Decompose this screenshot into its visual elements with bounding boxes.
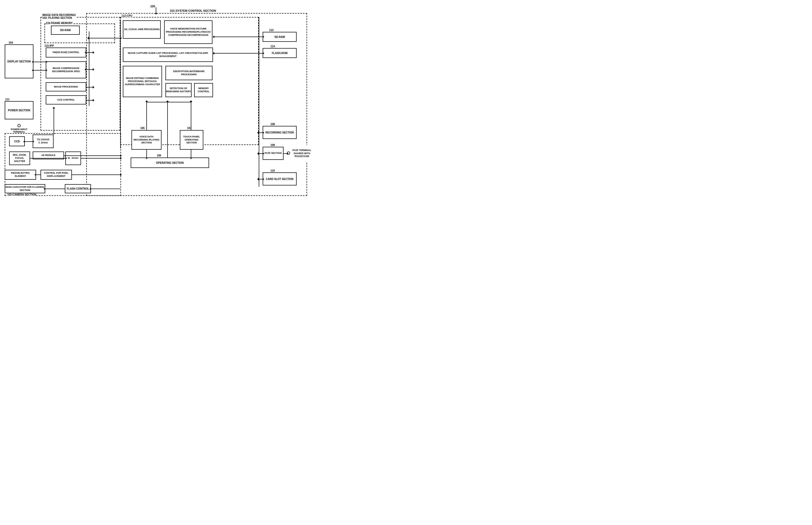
- arrow-ipp-imgcomp: [86, 69, 93, 70]
- arrow-cap-flash: [45, 189, 65, 189]
- pc-if-section: PC/IF SECTION: [263, 147, 283, 160]
- label-101: 101:SYSTEM CONTROL SECTION: [170, 9, 216, 12]
- memory-control: MEMORY CONTROL: [194, 83, 213, 97]
- image-capture-guide: IMAGE CAPTURE GUIDE LIST PROCESSING, LIS…: [123, 47, 213, 62]
- arrow-vd-op: [146, 150, 147, 158]
- arrow-ipp-cpu: [89, 38, 120, 39]
- piezoelectric: PIEZOELECTRIC ELEMENT: [5, 170, 36, 180]
- touch-panel: TOUCH PANEL OPERATING SECTION: [180, 130, 203, 150]
- arrow-cpu-flash: [214, 53, 263, 54]
- ccd-control: CCD CONTROL: [46, 95, 86, 104]
- arrow-imagedata-cpu-v: [120, 20, 121, 148]
- diagram: 101:SYSTEM CONTROL SECTION 100 IMAGE DAT…: [0, 0, 314, 204]
- arrow-tgcdsad-ipp: [54, 108, 54, 135]
- label-113: 113: [269, 29, 274, 32]
- label-112: 112:CPU: [121, 14, 132, 17]
- pci-terminal: PCI/F TERMINAL SHARED WITH RS232C/USB: [291, 145, 312, 162]
- fm-control: FM(SD-RAM) CONTROL: [46, 47, 86, 58]
- arrow-iris-mdrv: [30, 158, 65, 159]
- label-104: 104: [9, 41, 13, 44]
- flash-rom: FLASH-ROM: [263, 48, 297, 58]
- arrow-piezo-pixel: [36, 175, 41, 175]
- label-111: 111: [5, 98, 10, 101]
- arrow-ipp-vertical: [89, 31, 89, 106]
- arrow-aemod-aecpu: [64, 155, 120, 156]
- arrow-sys-rec: [259, 132, 263, 133]
- sd-ram-top: SD-RAM: [51, 26, 80, 35]
- ccd-box: CCD: [9, 136, 25, 146]
- arrow-voicedata-v: [146, 102, 147, 130]
- arrow-flash-cpu: [91, 189, 120, 189]
- encryption: ENCRYPTION WATERMARK PROCESSING: [165, 66, 212, 80]
- arrow-display-fm: [33, 62, 46, 62]
- arrow-ccd-tg: [25, 141, 33, 142]
- image-processing: IMAGE PROCESSING: [46, 82, 86, 91]
- operating-section: OPERATING SECTION: [131, 158, 209, 168]
- arrow-cpu-sdram: [214, 36, 263, 37]
- recording-section: RECORDING SECTION: [263, 126, 297, 139]
- arrow-sys-pcif: [259, 153, 263, 154]
- label-103: IMAGE DATA RECORDING/103: PLAYING SECTIO…: [42, 14, 76, 19]
- arrow-cpu-hbus-bottom: [146, 102, 192, 102]
- label-110: 110: [270, 169, 275, 172]
- display-section: DISPLAY SECTION: [5, 44, 33, 78]
- arrow-sys-vbus: [259, 17, 259, 187]
- arrow-mdrv-cpu: [81, 158, 120, 159]
- arrow-operating-v: [167, 102, 168, 158]
- power-section: POWER SECTION: [5, 101, 33, 119]
- image-compression: IMAGE COMPRESSION/ DECOMPRESSION JPEG: [46, 61, 86, 78]
- arrow-display-imgcomp: [33, 70, 46, 71]
- sd-ram-right: SD-RAM: [263, 32, 297, 42]
- tg-cdsad: TG CDSAD V_Driver: [33, 135, 54, 148]
- voice-data: VOICE DATA RECORDING /PLAYING SECTION: [131, 130, 162, 150]
- image-editing: IMAGE EDITING/ COMBINING PROCESSING, RET…: [123, 66, 162, 97]
- label-102: 102:CAMERA SECTION: [7, 193, 36, 196]
- arrow-ipp-imgproc: [86, 87, 93, 88]
- arrow-pcif-circle: [283, 153, 287, 154]
- card-slot: CARD SLOT SECTION: [263, 172, 297, 185]
- label-109: 109: [270, 144, 275, 147]
- power-input-label: POWER INPUT TERMINAL: [5, 128, 33, 133]
- arrow-pixel-cpu: [72, 175, 120, 175]
- detection-battery: DETECTION OF REMAINING BATTERY: [165, 83, 192, 97]
- m-driver: M_ Driver: [65, 151, 81, 165]
- iris-zoom: IRIS, ZOOM, FOCUS, SHUTTER: [9, 151, 30, 165]
- label-108: 108: [270, 123, 275, 126]
- label-100: 100: [150, 5, 155, 8]
- label-115: 115:IPP: [44, 44, 54, 47]
- voice-memo: VOICE MEMO/MOTION PICTURE PROCESSING REC…: [164, 20, 212, 44]
- arrow-ipp-fm: [86, 52, 93, 53]
- label-114: 114: [270, 45, 275, 48]
- flash-control: FLASH CONTROL: [65, 184, 91, 193]
- label-116: 116:FRAME MEMORY: [46, 22, 73, 25]
- label-105: 105: [141, 127, 145, 130]
- arrow-tp-op: [191, 150, 191, 158]
- label-106: 106: [157, 154, 161, 157]
- main-capacitor: MAIN CAPACITOR FOR FLASHING SECTION: [5, 184, 45, 193]
- power-input-circle: [17, 124, 21, 127]
- arrow-sys-cardslot: [259, 179, 263, 179]
- ae-ccdaf-awb: AE, CCDAF, AWB PROCESSING: [123, 20, 161, 39]
- arrow-ipp-ccdctrl: [86, 100, 93, 101]
- arrow-touchpanel-v: [191, 102, 191, 130]
- arrow-100: [156, 7, 156, 13]
- control-pixel: CONTROL FOR PIXEL DISPLACEMENT: [41, 170, 72, 180]
